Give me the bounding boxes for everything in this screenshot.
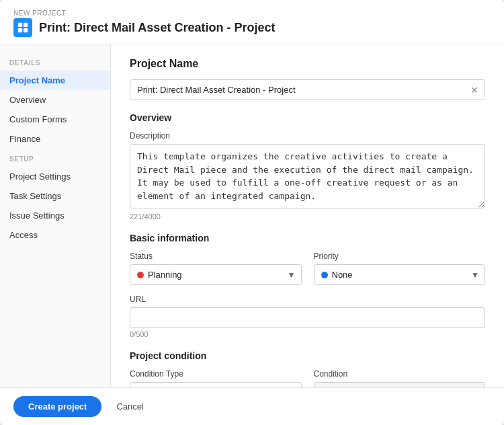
clear-project-name-button[interactable]: ✕ [469, 84, 480, 96]
description-label: Description [130, 131, 485, 141]
priority-label: Priority [314, 252, 486, 261]
project-icon-svg [17, 22, 29, 34]
sidebar-item-access[interactable]: Access [0, 225, 110, 245]
new-project-label: NEW PROJECT [13, 9, 491, 17]
project-condition-row: Condition Type Progress Status Condition… [130, 369, 485, 387]
status-dot-red [137, 272, 144, 278]
sidebar-item-custom-forms[interactable]: Custom Forms [0, 110, 110, 129]
main-content: Project Name ✕ Overview Description This… [111, 44, 504, 387]
description-textarea[interactable]: This template organizes the creative act… [130, 144, 485, 208]
priority-value: None [332, 270, 353, 280]
priority-dot-blue [321, 272, 328, 278]
modal-title: Print: Direct Mail Asset Creation - Proj… [39, 21, 275, 35]
status-chevron-icon: ▼ [288, 270, 296, 280]
description-group: Description This template organizes the … [130, 131, 485, 221]
status-select-wrapper: Planning ▼ [130, 264, 302, 285]
priority-chevron-icon: ▼ [471, 270, 479, 280]
project-name-group: ✕ [130, 79, 485, 100]
condition-type-label: Condition Type [130, 369, 302, 379]
priority-select[interactable]: None ▼ [314, 264, 486, 285]
sidebar-item-finance[interactable]: Finance [0, 129, 110, 149]
svg-rect-1 [24, 23, 28, 27]
priority-select-wrapper: None ▼ [314, 264, 486, 285]
status-value: Planning [148, 270, 182, 280]
sidebar-setup-label: SETUP [0, 155, 110, 167]
url-group: URL 0/500 [130, 295, 485, 338]
sidebar-item-project-name[interactable]: Project Name [0, 71, 110, 90]
url-char-count: 0/500 [130, 330, 485, 338]
project-name-section-title: Project Name [130, 58, 485, 70]
sidebar-item-issue-settings[interactable]: Issue Settings [0, 206, 110, 225]
status-priority-row: Status Planning ▼ Priority N [130, 252, 485, 285]
modal-body: DETAILS Project Name Overview Custom For… [0, 44, 504, 387]
priority-col: Priority None ▼ [314, 252, 486, 285]
modal-header: NEW PROJECT Print: Direct Mail Asset Cre… [0, 0, 504, 44]
overview-section-title: Overview [130, 112, 485, 123]
svg-rect-2 [18, 28, 22, 32]
create-project-button[interactable]: Create project [13, 396, 101, 417]
condition-type-col: Condition Type Progress Status [130, 369, 302, 387]
condition-type-input[interactable]: Progress Status [130, 382, 302, 387]
url-input[interactable] [130, 307, 485, 328]
condition-select-wrapper: On Target ▼ [314, 382, 486, 387]
modal: NEW PROJECT Print: Direct Mail Asset Cre… [0, 0, 504, 425]
sidebar-item-task-settings[interactable]: Task Settings [0, 186, 110, 206]
url-label: URL [130, 295, 485, 304]
status-select[interactable]: Planning ▼ [130, 264, 302, 285]
project-icon [13, 18, 32, 37]
condition-select[interactable]: On Target ▼ [314, 382, 486, 387]
project-condition-section-title: Project condition [130, 350, 485, 361]
sidebar: DETAILS Project Name Overview Custom For… [0, 44, 111, 387]
status-label: Status [130, 252, 302, 261]
cancel-button[interactable]: Cancel [110, 396, 150, 417]
basic-info-section-title: Basic information [130, 233, 485, 243]
svg-rect-0 [18, 23, 22, 27]
sidebar-item-project-settings[interactable]: Project Settings [0, 167, 110, 186]
condition-col: Condition On Target ▼ [314, 369, 486, 387]
condition-label: Condition [314, 369, 486, 379]
modal-footer: Create project Cancel [0, 387, 504, 425]
project-name-input[interactable] [130, 79, 485, 100]
sidebar-details-label: DETAILS [0, 59, 110, 71]
sidebar-item-overview[interactable]: Overview [0, 90, 110, 110]
status-col: Status Planning ▼ [130, 252, 302, 285]
svg-rect-3 [24, 28, 28, 32]
description-char-count: 221/4000 [130, 212, 485, 221]
